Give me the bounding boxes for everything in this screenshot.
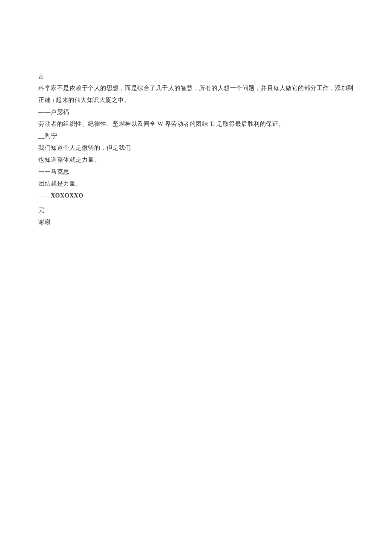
text-quote-marx-2: 也知道整体就是力量。	[38, 154, 354, 166]
text-quote-marx-1: 我们知道个人是微弱的，但是我们	[38, 142, 354, 154]
text-line-1: 言	[38, 70, 354, 82]
text-attribution-marx: 一一马克思	[38, 166, 354, 178]
text-thanks: 谢谢	[38, 216, 354, 228]
text-end: 完	[38, 204, 354, 216]
text-attribution-rutherford: ——卢瑟福	[38, 106, 354, 118]
text-quote-lenin: 劳动者的组织性、纪律性、坚蝴神以及同全 W 界劳动者的团结 T, 是取得最后胜利…	[38, 118, 354, 130]
text-quote-unity: 团结就是力量。	[38, 178, 354, 190]
text-quote-rutherford: 科学家不是依赖于个人的思想，而是综合了几千人的智慧，所有的人想一个问题，并且每人…	[38, 82, 354, 106]
text-attribution-xoxoxxo: ——XOXOXXO	[38, 190, 354, 202]
text-attribution-lenin: __列宁	[38, 130, 354, 142]
